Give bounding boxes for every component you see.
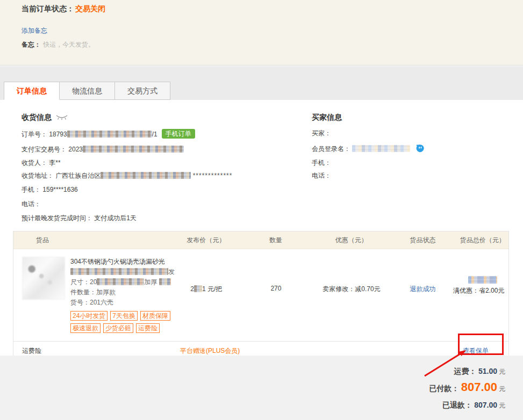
totals-section: 运费： 51.00元 已付款： 807.00元 已退款： 807.00元 [0, 356, 523, 420]
order-detail-page: 当前订单状态：交易关闭 添加备忘 备忘：快运，今天发货。 订单信息 物流信息 交… [0, 0, 523, 420]
shipping-fee-value: 51.00 [478, 367, 497, 375]
product-size-label: 尺寸：20 [70, 278, 97, 286]
header-price: 发布价（元） [174, 236, 238, 245]
order-number-censored [67, 131, 152, 137]
quantity-cell: 270 [238, 257, 314, 336]
header-discount: 优惠（元） [314, 236, 389, 245]
mobile-line: 手机： 159****1636 [22, 185, 78, 194]
login-label: 会员登录名： [312, 145, 350, 153]
address-line: 收货地址： 广西壮族自治区 ************* [22, 171, 232, 180]
shipping-fee-label: 运费： [454, 367, 477, 375]
status-cell: 退款成功 [389, 257, 457, 336]
phone-label: 电话： [22, 200, 41, 208]
buyer-info-title: 买家信息 [312, 113, 342, 122]
badge-fast-refund: 极速退款 [70, 323, 101, 333]
badge-shipping-insurance: 运费险 [136, 323, 160, 333]
badge-24h-ship: 24小时发货 [70, 311, 108, 321]
price-cell: 21 元/把 [175, 257, 238, 336]
buyer-label: 买家： [312, 129, 331, 137]
total-cell: 满优惠：省2.00元 [456, 257, 508, 336]
paid-row: 已付款： 807.00元 [429, 380, 505, 394]
buyer-phone-label: 电话： [312, 172, 331, 179]
product-size-tail: 加厚 [144, 278, 157, 286]
header-total: 货品总价（元） [456, 236, 508, 245]
tab-logistics-info[interactable]: 物流信息 [59, 82, 115, 100]
badge-shortage-compensation: 少货必赔 [103, 323, 133, 333]
paid-unit: 元 [499, 385, 505, 393]
price-start: 2 [190, 285, 194, 293]
buyer-mobile-line: 手机： [312, 158, 331, 167]
refund-success-link[interactable]: 退款成功 [410, 285, 436, 293]
product-size-censored2 [159, 278, 171, 285]
buyer-line: 买家： [312, 129, 331, 137]
table-header-row: 货品 发布价（元） 数量 优惠（元） 货品状态 货品总价（元） [13, 231, 508, 249]
product-title-line2: 发 [70, 267, 181, 277]
insurance-source: 平台赠送(PLUS会员) [180, 346, 240, 356]
product-title-censored [70, 268, 168, 275]
total-price-censored [468, 276, 497, 284]
order-status-section: 当前订单状态：交易关闭 添加备忘 备忘：快运，今天发货。 [0, 0, 523, 66]
mobile-label: 手机： [22, 186, 41, 193]
paid-label: 已付款： [429, 384, 459, 393]
discount-cell: 卖家修改：减0.70元 [314, 257, 389, 336]
mobile-order-badge: 手机订单 [162, 129, 195, 139]
product-cell: 304不锈钢汤勺火锅汤壳汤漏砂光 发 尺寸：20加厚 件数量：加厚款 货号：20… [13, 257, 175, 336]
service-badges: 24小时发货7天包换材质保障极速退款少货必赔运费险 [70, 311, 189, 336]
memo-value: 快运，今天发货。 [43, 41, 95, 48]
alipay-line: 支付宝交易号： 2023 [22, 145, 184, 154]
product-itemno-line: 货号：201六壳 [70, 298, 181, 308]
price-end: 1 [202, 285, 206, 293]
receiver-label: 收货人： [22, 159, 47, 166]
order-status-line: 当前订单状态：交易关闭 [22, 4, 105, 14]
header-product: 货品 [13, 236, 174, 245]
latest-ship-label: 预计最晚发货完成时间： [22, 214, 92, 222]
shipping-fee-unit: 元 [499, 368, 505, 375]
price-unit: 元/把 [207, 285, 222, 293]
eye-closed-icon[interactable] [56, 114, 68, 120]
view-policy-link[interactable]: 查看保单 [463, 346, 489, 356]
order-status-label: 当前订单状态： [22, 4, 74, 13]
shipping-fee-row: 运费： 51.00元 [454, 367, 505, 376]
order-number-label: 订单号： [22, 131, 47, 138]
insurance-name: 运费险 [22, 346, 41, 356]
latest-ship-line: 预计最晚发货完成时间： 支付成功后1天 [22, 214, 137, 222]
product-title-line1: 304不锈钢汤勺火锅汤壳汤漏砂光 [70, 257, 181, 267]
header-quantity: 数量 [238, 236, 314, 245]
memo-line: 备忘：快运，今天发货。 [22, 40, 95, 49]
order-info-panel: 收货信息 订单号： 18793/1手机订单 支付宝交易号： 2023 收货人： … [0, 100, 523, 356]
address-masked: ************* [193, 172, 233, 179]
tab-order-info[interactable]: 订单信息 [4, 82, 60, 100]
shipping-info-title: 收货信息 [22, 113, 68, 122]
mobile-value: 159****1636 [42, 186, 77, 193]
order-number-suffix: /1 [152, 131, 157, 138]
product-text: 304不锈钢汤勺火锅汤壳汤漏砂光 发 尺寸：20加厚 件数量：加厚款 货号：20… [70, 257, 181, 336]
phone-line: 电话： [22, 200, 41, 208]
alipay-censored [83, 146, 184, 153]
refunded-label: 已退款： [442, 401, 472, 409]
buyer-phone-line: 电话： [312, 171, 331, 180]
product-row: 304不锈钢汤勺火锅汤壳汤漏砂光 发 尺寸：20加厚 件数量：加厚款 货号：20… [13, 249, 508, 341]
product-size-line: 尺寸：20加厚 [70, 277, 181, 287]
badge-7day-exchange: 7天包换 [110, 311, 138, 321]
order-number-line: 订单号： 18793/1手机订单 [22, 129, 195, 139]
wangwang-chat-icon[interactable] [415, 144, 425, 153]
tab-trade-method[interactable]: 交易方式 [114, 82, 170, 100]
product-table: 货品 发布价（元） 数量 优惠（元） 货品状态 货品总价（元） 304不锈钢汤勺… [13, 231, 509, 360]
badge-material-guarantee: 材质保障 [140, 311, 170, 321]
add-memo-link[interactable]: 添加备忘 [22, 26, 47, 35]
refunded-value: 807.00 [474, 401, 497, 409]
refunded-unit: 元 [499, 402, 505, 409]
receiver-value: 李** [49, 159, 60, 166]
paid-value: 807.00 [461, 380, 497, 394]
tab-strip: 订单信息 物流信息 交易方式 [0, 66, 523, 100]
header-status: 货品状态 [389, 236, 457, 245]
login-line: 会员登录名： [312, 144, 425, 153]
price-censored [194, 285, 202, 292]
order-number-prefix: 18793 [49, 131, 67, 138]
latest-ship-value: 支付成功后1天 [94, 214, 137, 222]
address-censored [101, 172, 191, 179]
product-thumbnail[interactable] [22, 257, 65, 300]
shipping-info-title-text: 收货信息 [22, 113, 52, 121]
address-label: 收货地址： [22, 172, 54, 179]
product-title-line2-tail: 发 [168, 268, 175, 276]
